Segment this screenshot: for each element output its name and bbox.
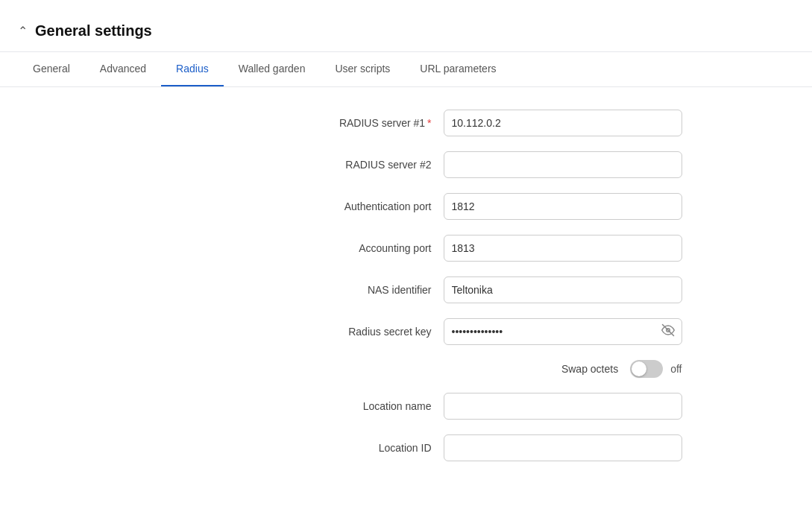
swap-octets-toggle[interactable] <box>630 360 663 378</box>
radius-server-2-input[interactable] <box>444 151 682 178</box>
toggle-knob <box>632 361 646 376</box>
swap-octets-state-label: off <box>670 363 682 375</box>
header: ⌃ General settings <box>0 15 812 52</box>
radius-secret-key-label: Radius secret key <box>298 326 432 338</box>
radius-secret-key-input[interactable] <box>444 318 682 345</box>
tab-url-parameters[interactable]: URL parameters <box>405 52 511 86</box>
location-name-row: Location name <box>71 393 742 420</box>
location-id-label: Location ID <box>298 442 432 454</box>
toggle-visibility-icon[interactable] <box>661 323 675 340</box>
radius-server-2-label: RADIUS server #2 <box>298 159 432 171</box>
accounting-port-label: Accounting port <box>298 242 432 254</box>
location-id-input[interactable] <box>444 434 682 461</box>
auth-port-label: Authentication port <box>298 200 432 212</box>
form-area: RADIUS server #1* RADIUS server #2 Authe… <box>71 87 742 499</box>
radius-server-1-input[interactable] <box>444 110 682 136</box>
tab-general[interactable]: General <box>18 52 85 86</box>
nas-identifier-input[interactable] <box>444 276 682 303</box>
radius-server-1-row: RADIUS server #1* <box>71 110 742 136</box>
page-container: ⌃ General settings General Advanced Radi… <box>0 0 812 509</box>
nas-identifier-label: NAS identifier <box>298 284 432 296</box>
nas-identifier-row: NAS identifier <box>71 276 742 303</box>
accounting-port-row: Accounting port <box>71 235 742 262</box>
collapse-chevron[interactable]: ⌃ <box>18 24 28 38</box>
tab-walled-garden[interactable]: Walled garden <box>224 52 321 86</box>
radius-secret-key-row: Radius secret key <box>71 318 742 345</box>
password-wrapper <box>444 318 682 345</box>
page-title: General settings <box>35 22 152 39</box>
tab-advanced[interactable]: Advanced <box>85 52 161 86</box>
auth-port-input[interactable] <box>444 193 682 220</box>
radius-server-1-label: RADIUS server #1* <box>298 117 432 129</box>
auth-port-row: Authentication port <box>71 193 742 220</box>
swap-octets-label: Swap octets <box>484 363 618 375</box>
tab-radius[interactable]: Radius <box>161 52 224 86</box>
location-name-label: Location name <box>298 400 432 412</box>
required-indicator: * <box>427 117 431 129</box>
location-id-row: Location ID <box>71 434 742 461</box>
radius-server-2-row: RADIUS server #2 <box>71 151 742 178</box>
tabs-container: General Advanced Radius Walled garden Us… <box>0 52 812 87</box>
swap-octets-row: Swap octets off <box>71 360 742 378</box>
tab-user-scripts[interactable]: User scripts <box>320 52 405 86</box>
swap-octets-toggle-row: off <box>630 360 682 378</box>
accounting-port-input[interactable] <box>444 235 682 262</box>
location-name-input[interactable] <box>444 393 682 420</box>
